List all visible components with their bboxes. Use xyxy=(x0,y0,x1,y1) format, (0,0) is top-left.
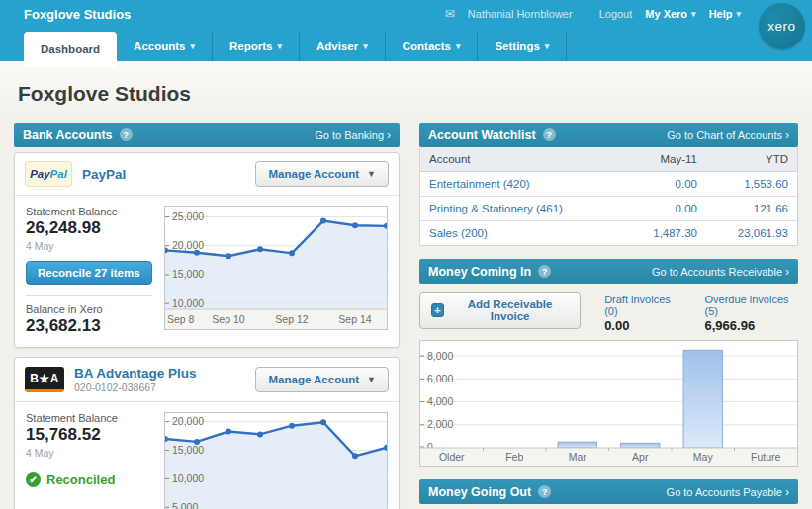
overdue-invoices-value: 6,966.96 xyxy=(705,318,798,333)
bank-accounts-title: Bank Accounts xyxy=(23,128,113,142)
add-receivable-invoice-button[interactable]: + Add Receivable Invoice xyxy=(419,292,581,329)
svg-text:2,000: 2,000 xyxy=(427,418,453,430)
money-in-actions: + Add Receivable Invoice Draft invoices … xyxy=(419,284,798,340)
go-to-banking-link[interactable]: Go to Banking › xyxy=(315,129,391,141)
svg-text:6,000: 6,000 xyxy=(427,373,453,384)
help-icon[interactable]: ? xyxy=(538,485,551,498)
money-coming-in-section: Money Coming In ? Go to Accounts Receiva… xyxy=(419,259,798,467)
balance-in-xero-label: Balance in Xero xyxy=(26,303,152,315)
statement-balance-label: Statement Balance xyxy=(26,412,152,424)
overdue-invoices-stat: Overdue invoices (5) 6,966.96 xyxy=(705,292,798,333)
table-row: Printing & Stationery (461) 0.00 121.66 xyxy=(420,197,797,221)
manage-account-button[interactable]: Manage Account ▼ xyxy=(255,367,389,392)
org-name: Foxglove Studios xyxy=(24,7,131,22)
paypal-account-card: PayPal PayPal Manage Account ▼ Statement… xyxy=(14,152,400,348)
overdue-invoices-link[interactable]: Overdue invoices (5) xyxy=(705,294,798,317)
svg-text:Sep 10: Sep 10 xyxy=(212,313,244,325)
statement-balance-value: 26,248.98 xyxy=(26,218,152,238)
bank-accounts-header: Bank Accounts ? Go to Banking › xyxy=(14,123,400,147)
help-menu[interactable]: Help ▾ xyxy=(709,8,741,20)
table-row: Entertainment (420) 0.00 1,553.60 xyxy=(420,172,797,197)
chevron-down-icon: ▾ xyxy=(456,42,461,51)
ba-account-number: 020-0102-038667 xyxy=(74,382,197,393)
svg-text:25,000: 25,000 xyxy=(172,211,204,222)
chevron-right-icon: › xyxy=(785,266,789,278)
top-right-menu: ✉ Nathanial Hornblower Logout My Xero ▾ … xyxy=(445,7,802,21)
xero-logo: xero xyxy=(759,3,805,49)
user-name-link[interactable]: Nathanial Hornblower xyxy=(468,8,573,20)
chevron-down-icon: ▾ xyxy=(277,42,282,51)
reconciled-status: ✔ Reconciled xyxy=(26,472,152,487)
logout-link[interactable]: Logout xyxy=(599,8,633,20)
paypal-stats: Statement Balance 26,248.98 4 May Reconc… xyxy=(26,206,152,336)
check-circle-icon: ✔ xyxy=(26,472,41,487)
help-icon[interactable]: ? xyxy=(543,128,556,141)
tab-contacts[interactable]: Contacts ▾ xyxy=(386,32,479,61)
watchlist-title: Account Watchlist xyxy=(428,128,536,142)
manage-account-button[interactable]: Manage Account ▼ xyxy=(255,161,389,187)
tab-settings[interactable]: Settings ▾ xyxy=(478,32,567,61)
tab-reports[interactable]: Reports ▾ xyxy=(213,32,300,61)
dashboard-content: Foxglove Studios Bank Accounts ? Go to B… xyxy=(0,61,812,509)
ba-balance-chart: 5,00010,00015,00020,000Sep 8Sep 10Sep 12… xyxy=(164,412,388,509)
main-nav: Dashboard Accounts ▾ Reports ▾ Adviser ▾… xyxy=(0,28,812,61)
watchlist-table: Account May-11 YTD Entertainment (420) 0… xyxy=(419,147,798,246)
svg-text:20,000: 20,000 xyxy=(172,415,204,427)
go-to-accounts-payable-link[interactable]: Go to Accounts Payable › xyxy=(667,486,789,498)
money-out-actions: + Add Payable Invoice Draft invoices (0)… xyxy=(419,504,798,509)
chevron-down-icon: ▾ xyxy=(545,42,550,51)
svg-text:Feb: Feb xyxy=(505,451,523,463)
svg-text:Older: Older xyxy=(439,451,465,463)
statement-date: 4 May xyxy=(26,240,152,252)
envelope-icon: ✉ xyxy=(445,7,455,21)
right-column: Account Watchlist ? Go to Chart of Accou… xyxy=(419,123,798,509)
chevron-right-icon: › xyxy=(387,129,391,141)
go-to-accounts-receivable-link[interactable]: Go to Accounts Receivable › xyxy=(652,266,789,278)
divider xyxy=(26,295,152,296)
balance-in-xero-value: 23,682.13 xyxy=(26,316,152,336)
tab-adviser[interactable]: Adviser ▾ xyxy=(300,32,386,61)
reconcile-button[interactable]: Reconcile 27 items xyxy=(26,261,152,285)
help-icon[interactable]: ? xyxy=(120,128,133,141)
ba-account-link[interactable]: BA Advantage Plus xyxy=(74,366,197,381)
account-link[interactable]: Sales (200) xyxy=(429,227,579,239)
draft-invoices-value: 0.00 xyxy=(604,318,680,333)
chevron-down-icon: ▾ xyxy=(691,9,696,19)
paypal-account-link[interactable]: PayPal xyxy=(82,167,126,182)
left-column: Bank Accounts ? Go to Banking › PayPal P… xyxy=(14,123,400,509)
draft-invoices-link[interactable]: Draft invoices (0) xyxy=(604,294,680,317)
chevron-down-icon: ▼ xyxy=(367,169,376,179)
svg-text:Apr: Apr xyxy=(632,451,649,463)
my-xero-menu[interactable]: My Xero ▾ xyxy=(645,8,695,20)
account-link[interactable]: Entertainment (420) xyxy=(429,178,579,190)
svg-text:Sep 14: Sep 14 xyxy=(338,313,371,325)
svg-text:Sep 12: Sep 12 xyxy=(275,313,308,325)
svg-text:10,000: 10,000 xyxy=(172,472,204,484)
money-out-header: Money Going Out ? Go to Accounts Payable… xyxy=(419,479,798,504)
help-icon[interactable]: ? xyxy=(538,265,551,278)
statement-balance-value: 15,768.52 xyxy=(26,425,152,445)
chevron-down-icon: ▾ xyxy=(736,9,741,19)
chevron-down-icon: ▾ xyxy=(190,42,195,51)
money-out-title: Money Going Out xyxy=(428,485,531,499)
plus-icon: + xyxy=(431,303,444,317)
svg-text:Mar: Mar xyxy=(569,451,587,463)
paypal-balance-chart: 10,00015,00020,00025,000Sep 8Sep 10Sep 1… xyxy=(164,206,388,330)
chevron-right-icon: › xyxy=(785,129,789,141)
ba-stats: Statement Balance 15,768.52 4 May ✔ Reco… xyxy=(26,412,152,509)
go-to-chart-of-accounts-link[interactable]: Go to Chart of Accounts › xyxy=(667,129,789,141)
watchlist-header: Account Watchlist ? Go to Chart of Accou… xyxy=(419,123,798,147)
tab-dashboard[interactable]: Dashboard xyxy=(24,32,117,67)
statement-date: 4 May xyxy=(26,447,152,459)
money-coming-in-chart: 02,0004,0006,0008,000OlderFebMarAprMayFu… xyxy=(419,340,798,467)
page-title: Foxglove Studios xyxy=(0,61,812,123)
paypal-card-header: PayPal PayPal Manage Account ▼ xyxy=(15,153,399,196)
svg-text:5,000: 5,000 xyxy=(172,501,198,509)
svg-text:Future: Future xyxy=(751,451,781,463)
statement-balance-label: Statement Balance xyxy=(26,206,152,217)
account-link[interactable]: Printing & Stationery (461) xyxy=(429,203,579,214)
tab-accounts[interactable]: Accounts ▾ xyxy=(117,32,213,61)
watchlist-header-row: Account May-11 YTD xyxy=(420,147,797,172)
svg-text:8,000: 8,000 xyxy=(427,350,453,362)
money-in-header: Money Coming In ? Go to Accounts Receiva… xyxy=(419,259,798,284)
